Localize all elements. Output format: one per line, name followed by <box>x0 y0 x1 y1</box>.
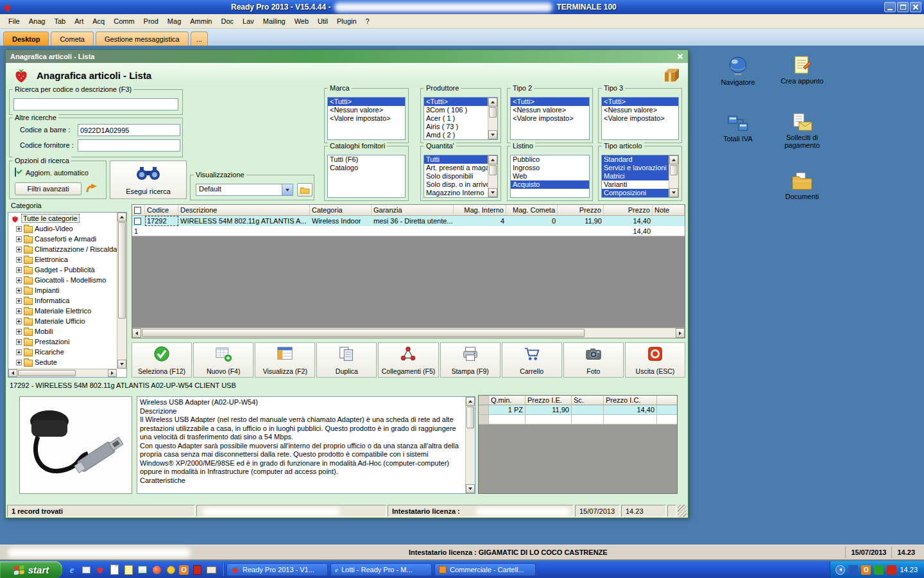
menu-item-prod[interactable]: Prod <box>139 16 163 26</box>
menu-item-tab[interactable]: Tab <box>49 16 70 26</box>
tree-item[interactable]: Gadget - Pubblicità <box>9 265 117 275</box>
tab-more[interactable]: ... <box>191 31 208 46</box>
menu-item-util[interactable]: Util <box>313 16 332 26</box>
document-icon[interactable] <box>108 564 120 575</box>
menu-item-help[interactable]: ? <box>361 16 374 26</box>
tree-item[interactable]: Impianti <box>9 285 117 295</box>
cataloghi-listbox[interactable]: Tutti (F6) Catalogo <box>327 155 406 198</box>
tree-item[interactable]: Mobili <box>9 326 117 337</box>
scroll-down-button[interactable] <box>117 360 126 369</box>
readypro-strawberry-icon[interactable] <box>94 564 106 575</box>
tab-gestione-messaggistica[interactable]: Gestione messaggistica <box>96 31 189 46</box>
scroll-down-button[interactable] <box>488 130 497 139</box>
barcode-input[interactable] <box>78 124 180 136</box>
table-row-selected[interactable]: 17292 WIRELESS 54M 802.11g ATLANTIS A...… <box>132 216 685 226</box>
view-dropdown[interactable]: Default <box>196 184 293 196</box>
listbox-item[interactable]: <Nessun valore> <box>328 106 405 114</box>
price-data-row[interactable]: 1 PZ 11,90 14,40 <box>479 405 677 415</box>
tree-item[interactable]: Materiale Elettrico <box>9 306 117 316</box>
cell-mag-interno[interactable]: 4 <box>454 216 506 226</box>
menu-item-doc[interactable]: Doc <box>217 16 239 26</box>
header-cell[interactable]: Codice <box>145 205 178 215</box>
product-photo[interactable] <box>19 396 132 494</box>
task-commerciale[interactable]: Commerciale - Cartell... <box>434 563 536 576</box>
listbox-item[interactable]: 3Com ( 106 ) <box>424 106 488 114</box>
mail-icon[interactable] <box>205 564 217 575</box>
scrollbar[interactable] <box>488 98 497 139</box>
listbox-item[interactable]: Solo disponibili <box>424 172 488 180</box>
expand-icon[interactable] <box>16 236 22 242</box>
tree-item-root[interactable]: Tutte le categorie <box>9 213 117 223</box>
listbox-item[interactable]: Airis ( 73 ) <box>424 123 488 131</box>
header-cell[interactable]: Categoria <box>310 205 372 215</box>
menu-item-file[interactable]: File <box>4 16 24 26</box>
expand-icon[interactable] <box>16 319 22 324</box>
openoffice-tray-icon[interactable]: O <box>861 565 871 575</box>
openoffice-icon[interactable]: O <box>179 565 189 575</box>
shortcut-documenti[interactable]: Documenti <box>773 171 832 200</box>
visualizza-button[interactable]: Visualizza (F2) <box>255 342 315 378</box>
start-button[interactable]: start <box>0 561 62 578</box>
header-cell[interactable]: Garanzia <box>372 205 454 215</box>
menu-item-art[interactable]: Art <box>70 16 88 26</box>
collapse-tray-button[interactable] <box>835 565 845 575</box>
shortcut-navigatore[interactable]: Navigatore <box>708 56 767 86</box>
task-lotti[interactable]: e Lotti - Ready Pro - M... <box>330 563 432 576</box>
expand-icon[interactable] <box>16 360 22 365</box>
expand-icon[interactable] <box>16 308 22 314</box>
listbox-item[interactable]: Servizi e lavorazioni <box>602 164 669 172</box>
listbox-item[interactable]: Magazzino Interno <box>424 189 488 197</box>
menu-item-plugin[interactable]: Plugin <box>332 16 361 26</box>
tree-item[interactable]: Informatica <box>9 295 117 306</box>
show-desktop-icon[interactable] <box>80 564 92 575</box>
tree-item[interactable]: Giocattoli - Modellismo <box>9 275 117 285</box>
scroll-up-button[interactable] <box>488 98 497 107</box>
tree-item[interactable]: Materiale Ufficio <box>9 316 117 326</box>
advanced-filters-button[interactable]: Filtri avanzati <box>15 182 81 195</box>
header-cell[interactable]: Note <box>653 205 685 215</box>
tipo2-listbox[interactable]: <Tutti> <Nessun valore> <Valore impostat… <box>510 97 590 140</box>
scroll-down-button[interactable] <box>466 484 475 493</box>
menu-item-ammin[interactable]: Ammin <box>185 16 216 26</box>
header-cell[interactable]: Mag. Interno <box>454 205 506 215</box>
listbox-item[interactable]: <Tutti> <box>602 98 678 106</box>
header-cell[interactable]: Descrizione <box>178 205 310 215</box>
minimize-button[interactable] <box>884 2 896 12</box>
menu-item-anag[interactable]: Anag <box>24 16 50 26</box>
expand-icon[interactable] <box>16 288 22 293</box>
smiley-icon[interactable] <box>165 564 176 575</box>
notes-icon[interactable] <box>123 564 134 575</box>
media-player-icon[interactable] <box>151 564 162 575</box>
run-search-button[interactable]: Esegui ricerca <box>110 161 187 199</box>
tree-item[interactable]: Sedute <box>9 357 117 367</box>
open-view-folder-button[interactable] <box>297 183 312 197</box>
antivirus-icon[interactable] <box>874 565 884 575</box>
tree-item[interactable]: Casseforti e Armadi <box>9 234 117 244</box>
scrollbar[interactable] <box>669 155 678 197</box>
package-icon[interactable] <box>662 66 681 84</box>
expand-icon[interactable] <box>16 329 22 335</box>
tipo-articolo-listbox[interactable]: Standard Servizi e lavorazioni Matrici V… <box>601 155 679 198</box>
listbox-item[interactable]: Composizioni <box>602 189 669 197</box>
listbox-item[interactable]: Matrici <box>602 172 669 180</box>
search-input[interactable] <box>13 98 178 110</box>
marca-listbox[interactable]: <Tutti> <Nessun valore> <Valore impostat… <box>327 97 406 140</box>
header-cell[interactable]: Mag. Cometa <box>506 205 558 215</box>
listbox-item[interactable]: <Valore impostato> <box>328 114 405 123</box>
listbox-item[interactable]: Tutti <box>424 155 488 164</box>
scroll-down-button[interactable] <box>488 188 497 197</box>
listbox-item[interactable]: Acer ( 1 ) <box>424 114 488 123</box>
menu-item-mag[interactable]: Mag <box>163 16 185 26</box>
carrello-button[interactable]: Carrello <box>502 342 562 378</box>
task-readypro[interactable]: Ready Pro 2013 - V1... <box>227 563 328 576</box>
header-cell[interactable]: Prezzo <box>604 205 653 215</box>
dropdown-arrow-button[interactable] <box>282 184 293 195</box>
listbox-item[interactable]: Varianti <box>602 180 669 189</box>
scroll-left-button[interactable] <box>8 369 17 377</box>
tree-scrollbar[interactable] <box>117 213 126 369</box>
cell-note[interactable] <box>653 216 685 226</box>
tree-item[interactable]: Elettronica <box>9 254 117 265</box>
cell-codice[interactable]: 17292 <box>145 216 178 226</box>
listino-listbox[interactable]: Pubblico Ingrosso Web Acquisto <box>510 155 590 198</box>
menu-item-mailing[interactable]: Mailing <box>259 16 290 26</box>
